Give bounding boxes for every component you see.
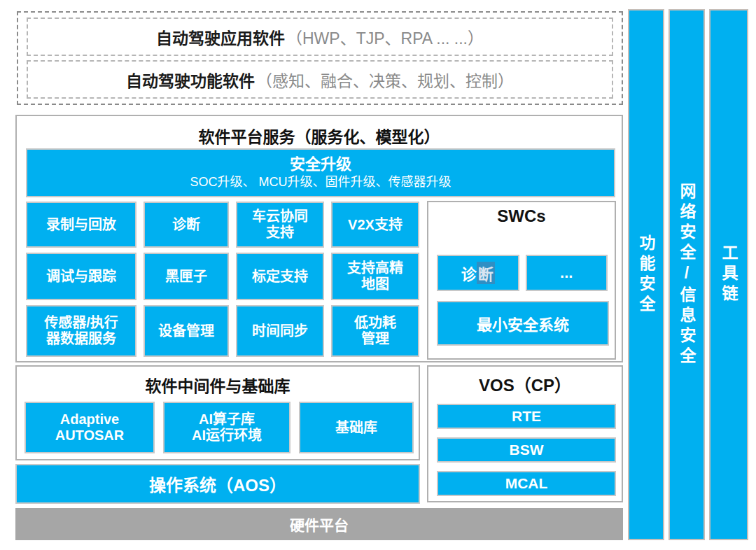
app-software-detail: （HWP、TJP、RPA ... ...） — [286, 25, 484, 49]
service-box-blackbox: 黑匣子 — [144, 253, 229, 300]
bsw-bar: BSW — [437, 437, 616, 463]
adaptive-autosar-box: Adaptive AUTOSAR — [24, 402, 155, 453]
ellipsis-swc-box: ... — [526, 255, 608, 291]
diagnosis-swc-text: 诊 — [461, 262, 477, 284]
vos-panel: VOS（CP） RTE BSW MCAL — [427, 365, 623, 502]
service-box-time-sync: 时间同步 — [236, 305, 324, 357]
app-software-row: 自动驾驶应用软件 （HWP、TJP、RPA ... ...） — [27, 17, 613, 56]
middleware-grid: Adaptive AUTOSAR AI算子库 AI运行环境 基础库 — [24, 402, 414, 453]
diagnosis-swc-highlight: 断 — [477, 262, 495, 284]
vos-layer-stack: RTE BSW MCAL — [437, 404, 616, 496]
service-box-sensor-actuator-data: 传感器/执行 器数据服务 — [26, 305, 136, 357]
ai-library-box: AI算子库 AI运行环境 — [163, 402, 290, 453]
service-box-low-power: 低功耗 管理 — [331, 305, 419, 357]
app-software-title: 自动驾驶应用软件 — [156, 25, 285, 49]
middleware-title: 软件中间件与基础库 — [17, 367, 419, 397]
service-box-hd-map: 支持高精 地图 — [331, 253, 419, 300]
platform-services-grid: 录制与回放 诊断 车云协同 支持 V2X支持 调试与跟踪 黑匣子 标定支持 支持… — [26, 202, 419, 357]
middleware-panel: 软件中间件与基础库 Adaptive AUTOSAR AI算子库 AI运行环境 … — [15, 365, 420, 460]
service-box-device-management: 设备管理 — [144, 305, 229, 357]
service-box-calibration: 标定支持 — [236, 253, 324, 300]
hardware-platform-bar: 硬件平台 — [15, 508, 623, 540]
diagnosis-swc-box: 诊断 — [437, 255, 519, 291]
mcal-bar: MCAL — [437, 471, 616, 496]
service-box-cloud-coordination: 车云协同 支持 — [236, 202, 324, 248]
service-box-diagnosis: 诊断 — [144, 202, 229, 248]
pillar-network-information-security: 网络安全/信息安全 — [668, 9, 705, 540]
function-software-detail: （感知、融合、决策、规划、控制） — [256, 68, 514, 92]
base-library-box: 基础库 — [299, 402, 414, 453]
security-upgrade-title: 安全升级 — [290, 155, 351, 174]
pillar-toolchain: 工具链 — [709, 9, 748, 540]
swcs-title: SWCs — [428, 202, 615, 226]
pillar-functional-safety: 功能安全 — [628, 9, 664, 540]
service-box-v2x: V2X支持 — [331, 202, 419, 248]
service-box-debug-trace: 调试与跟踪 — [26, 253, 136, 300]
rte-bar: RTE — [437, 404, 616, 429]
swcs-small-row: 诊断 ... — [437, 255, 608, 291]
aos-operating-system-bar: 操作系统（AOS） — [15, 464, 420, 504]
application-layer-group: 自动驾驶应用软件 （HWP、TJP、RPA ... ...） 自动驾驶功能软件 … — [17, 11, 623, 105]
vos-title: VOS（CP） — [428, 367, 622, 396]
function-software-row: 自动驾驶功能软件 （感知、融合、决策、规划、控制） — [27, 60, 613, 99]
function-software-title: 自动驾驶功能软件 — [126, 68, 255, 92]
security-upgrade-subtitle: SOC升级、 MCU升级、固件升级、传感器升级 — [190, 174, 451, 190]
min-safety-system-box: 最小安全系统 — [437, 301, 609, 346]
service-box-record-replay: 录制与回放 — [26, 202, 136, 248]
platform-services-title: 软件平台服务（服务化、模型化） — [17, 116, 622, 148]
swcs-panel: SWCs 诊断 ... 最小安全系统 — [427, 201, 616, 360]
security-upgrade-banner: 安全升级 SOC升级、 MCU升级、固件升级、传感器升级 — [26, 148, 615, 197]
platform-services-panel: 软件平台服务（服务化、模型化） 安全升级 SOC升级、 MCU升级、固件升级、传… — [15, 115, 623, 362]
architecture-diagram: 自动驾驶应用软件 （HWP、TJP、RPA ... ...） 自动驾驶功能软件 … — [0, 0, 756, 550]
